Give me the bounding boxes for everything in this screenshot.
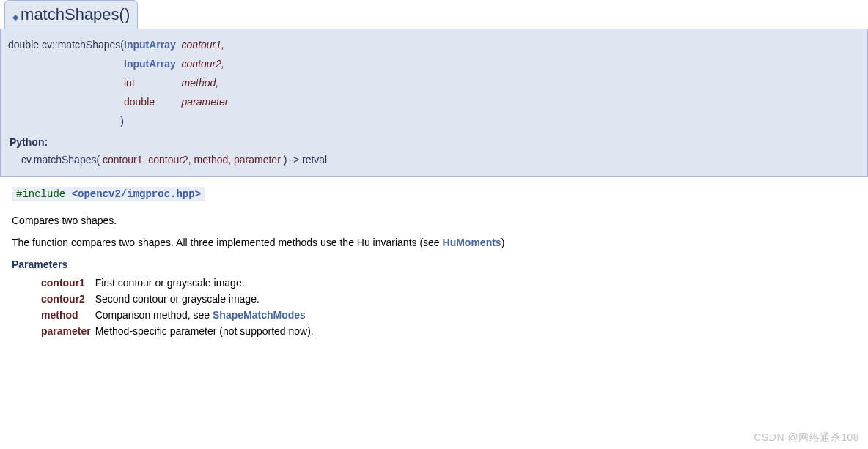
- param-desc-cell: First contour or grayscale image.: [95, 275, 318, 291]
- param-name-cell: contour1: [41, 275, 95, 291]
- param-name: parameter: [182, 96, 229, 108]
- parameters-table: contour1 First contour or grayscale imag…: [41, 275, 318, 339]
- param-name-cell: method: [41, 307, 95, 323]
- include-directive: #include <opencv2/imgproc.hpp>: [12, 187, 205, 201]
- table-row: parameter Method-specific parameter (not…: [41, 323, 318, 339]
- param-type: double: [124, 96, 155, 108]
- return-and-func: double cv::matchShapes: [8, 35, 120, 54]
- function-header: ◆ matchShapes(): [4, 0, 138, 29]
- parameters-header: Parameters: [12, 259, 856, 270]
- table-row: method Comparison method, see ShapeMatch…: [41, 307, 318, 323]
- shapematchmodes-link[interactable]: ShapeMatchModes: [213, 309, 306, 321]
- param-type: int: [124, 77, 135, 89]
- humoments-link[interactable]: HuMoments: [443, 237, 501, 248]
- param-name: method: [182, 77, 216, 89]
- brief-description: Compares two shapes.: [12, 215, 856, 226]
- param-type-link[interactable]: InputArray: [124, 58, 176, 70]
- cpp-signature-block: double cv::matchShapes ( InputArray cont…: [0, 29, 868, 177]
- permalink-icon[interactable]: ◆: [12, 12, 21, 21]
- function-name: matchShapes(): [21, 5, 130, 23]
- param-desc-cell: Comparison method, see ShapeMatchModes: [95, 307, 318, 323]
- param-desc-cell: Second contour or grayscale image.: [95, 291, 318, 307]
- param-name-cell: parameter: [41, 323, 95, 339]
- param-name: contour2: [182, 58, 221, 70]
- detailed-description: The function compares two shapes. All th…: [12, 237, 856, 248]
- param-type-link[interactable]: InputArray: [124, 39, 176, 51]
- description-block: #include <opencv2/imgproc.hpp> Compares …: [0, 177, 868, 349]
- param-desc-cell: Method-specific parameter (not supported…: [95, 323, 318, 339]
- python-label: Python:: [10, 136, 860, 148]
- param-name-cell: contour2: [41, 291, 95, 307]
- python-signature: cv.matchShapes( contour1, contour2, meth…: [8, 151, 860, 168]
- table-row: contour1 First contour or grayscale imag…: [41, 275, 318, 291]
- table-row: contour2 Second contour or grayscale ima…: [41, 291, 318, 307]
- param-name: contour1: [182, 39, 221, 51]
